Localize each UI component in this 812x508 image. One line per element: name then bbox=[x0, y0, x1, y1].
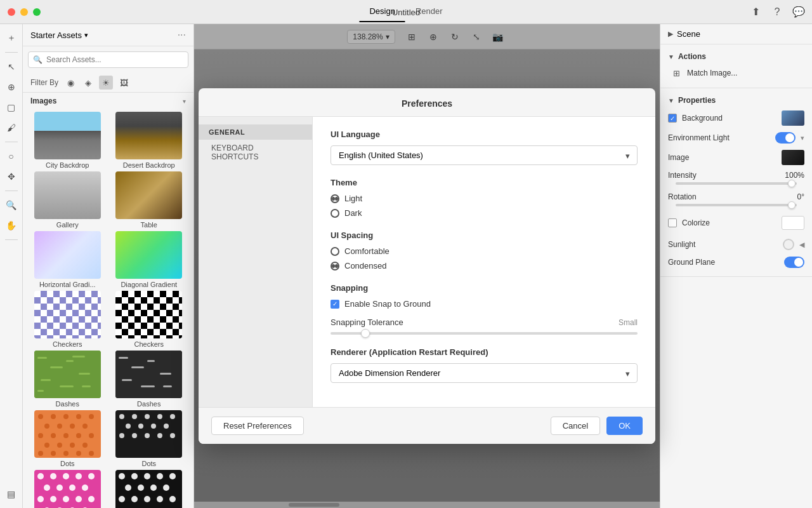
help-icon[interactable]: ? bbox=[771, 6, 783, 18]
assets-dropdown-icon: ▾ bbox=[84, 31, 88, 39]
filter-image-icon[interactable]: 🖼 bbox=[117, 76, 131, 90]
assets-more-button[interactable]: ··· bbox=[178, 29, 186, 41]
background-thumbnail[interactable] bbox=[782, 110, 804, 126]
list-item[interactable]: Dashes bbox=[110, 351, 189, 408]
notifications-icon[interactable]: 💬 bbox=[793, 6, 804, 18]
cancel-button[interactable]: Cancel bbox=[551, 417, 600, 435]
ground-plane-knob bbox=[794, 258, 803, 267]
environment-light-expand[interactable]: ▾ bbox=[801, 134, 804, 142]
list-item[interactable]: Table bbox=[110, 171, 189, 229]
list-item[interactable]: Dashes bbox=[28, 351, 107, 408]
select-icon[interactable]: ↖ bbox=[3, 58, 20, 76]
close-button[interactable] bbox=[8, 8, 15, 16]
transform-icon[interactable]: ⊕ bbox=[3, 78, 20, 96]
share-icon[interactable]: ⬆ bbox=[750, 6, 761, 18]
svg-point-43 bbox=[145, 414, 150, 419]
list-item[interactable]: Desert Backdrop bbox=[110, 112, 189, 169]
svg-point-83 bbox=[131, 496, 138, 502]
rotation-slider[interactable] bbox=[676, 204, 797, 206]
list-item[interactable]: Dots bbox=[28, 470, 107, 508]
nav-general[interactable]: GENERAL bbox=[199, 124, 312, 140]
list-item[interactable]: Checkers bbox=[110, 291, 189, 348]
comfortable-radio[interactable] bbox=[331, 247, 339, 256]
svg-point-85 bbox=[157, 496, 163, 502]
zoom-icon[interactable]: 🔍 bbox=[3, 196, 20, 214]
list-item[interactable]: Diagonal Gradient bbox=[110, 231, 189, 288]
rotation-thumb[interactable] bbox=[788, 201, 796, 209]
rotation-label: Rotation bbox=[668, 192, 797, 201]
sunlight-indicator bbox=[783, 239, 794, 250]
properties-header[interactable]: ▼ Properties bbox=[660, 93, 812, 107]
snap-to-ground-row[interactable]: ✓ Enable Snap to Ground bbox=[331, 299, 638, 309]
layers-icon[interactable]: ▤ bbox=[3, 485, 20, 503]
minimize-button[interactable] bbox=[20, 8, 28, 16]
paint-icon[interactable]: 🖌 bbox=[3, 119, 20, 137]
list-item[interactable]: Dots bbox=[110, 410, 189, 467]
pan-icon[interactable]: ✥ bbox=[3, 168, 20, 185]
modal-footer: Reset Preferences Cancel OK bbox=[199, 407, 655, 444]
intensity-slider[interactable] bbox=[676, 182, 797, 185]
add-icon[interactable]: ＋ bbox=[3, 29, 20, 47]
snapping-tolerance-section: Snapping Tolerance Small bbox=[331, 318, 638, 335]
ui-language-select[interactable]: English (United States) bbox=[331, 145, 638, 165]
svg-point-66 bbox=[63, 496, 69, 502]
snapping-tolerance-thumb[interactable] bbox=[361, 329, 370, 338]
condensed-label: Condensed bbox=[344, 261, 387, 271]
svg-point-58 bbox=[75, 473, 82, 479]
tab-render[interactable]: Render bbox=[405, 1, 453, 22]
ui-spacing-section: UI Spacing Comfortable Condensed bbox=[331, 231, 638, 271]
environment-light-toggle[interactable] bbox=[775, 132, 796, 144]
dark-radio[interactable] bbox=[331, 209, 339, 218]
rectangle-icon[interactable]: ▢ bbox=[3, 98, 20, 116]
ground-plane-toggle[interactable] bbox=[784, 257, 804, 268]
list-item[interactable]: Horizontal Gradi... bbox=[28, 231, 107, 288]
svg-rect-5 bbox=[41, 379, 51, 381]
orbit-icon[interactable]: ○ bbox=[3, 147, 20, 165]
svg-point-27 bbox=[38, 433, 43, 438]
svg-point-76 bbox=[157, 473, 163, 479]
match-image-label: Match Image... bbox=[687, 69, 737, 77]
spacing-condensed-option[interactable]: Condensed bbox=[331, 261, 638, 271]
search-input[interactable] bbox=[28, 51, 188, 68]
svg-rect-4 bbox=[79, 373, 90, 375]
list-item[interactable]: Dots bbox=[110, 470, 189, 508]
background-checkbox[interactable]: ✓ bbox=[668, 114, 677, 123]
theme-dark-option[interactable]: Dark bbox=[331, 208, 638, 218]
ok-button[interactable]: OK bbox=[606, 417, 643, 435]
filter-3d-icon[interactable]: ◈ bbox=[81, 76, 95, 90]
match-image-button[interactable]: ⊞ Match Image... bbox=[660, 64, 812, 83]
list-item[interactable]: Checkers bbox=[28, 291, 107, 348]
colorize-color[interactable] bbox=[782, 216, 804, 230]
spacing-comfortable-option[interactable]: Comfortable bbox=[331, 246, 638, 256]
nav-keyboard[interactable]: KEYBOARD SHORTCUTS bbox=[199, 140, 312, 165]
list-item[interactable]: Dots bbox=[28, 410, 107, 467]
image-thumbnail[interactable] bbox=[782, 150, 804, 165]
intensity-thumb[interactable] bbox=[788, 180, 796, 187]
theme-light-option[interactable]: Light bbox=[331, 194, 638, 203]
list-item[interactable]: City Backdrop bbox=[28, 112, 107, 169]
list-item[interactable]: Gallery bbox=[28, 171, 107, 229]
reset-preferences-button[interactable]: Reset Preferences bbox=[211, 417, 304, 435]
hand-icon[interactable]: ✋ bbox=[3, 217, 20, 234]
image-row: Image bbox=[660, 147, 812, 168]
colorize-checkbox[interactable] bbox=[668, 218, 677, 227]
svg-point-39 bbox=[76, 451, 81, 456]
actions-header[interactable]: ▼ Actions bbox=[660, 50, 812, 64]
assets-title-label: Starter Assets bbox=[30, 30, 82, 40]
background-label: Background bbox=[682, 114, 776, 123]
filter-light-icon[interactable]: ☀ bbox=[99, 76, 113, 90]
assets-title[interactable]: Starter Assets ▾ bbox=[30, 30, 88, 40]
tab-design[interactable]: Design bbox=[359, 1, 405, 22]
maximize-button[interactable] bbox=[33, 8, 41, 16]
snap-to-ground-checkbox[interactable]: ✓ bbox=[331, 300, 339, 309]
images-section-header[interactable]: Images ▾ bbox=[23, 93, 193, 109]
filter-all-icon[interactable]: ◉ bbox=[63, 76, 77, 90]
svg-rect-15 bbox=[122, 379, 132, 381]
light-radio[interactable] bbox=[331, 194, 339, 203]
svg-point-24 bbox=[57, 424, 62, 429]
snapping-tolerance-slider[interactable] bbox=[331, 332, 638, 335]
sunlight-expand[interactable]: ◀ bbox=[799, 241, 804, 249]
condensed-radio[interactable] bbox=[331, 262, 339, 271]
renderer-select[interactable]: Adobe Dimension Renderer bbox=[331, 363, 638, 383]
spacing-radio-group: Comfortable Condensed bbox=[331, 246, 638, 271]
